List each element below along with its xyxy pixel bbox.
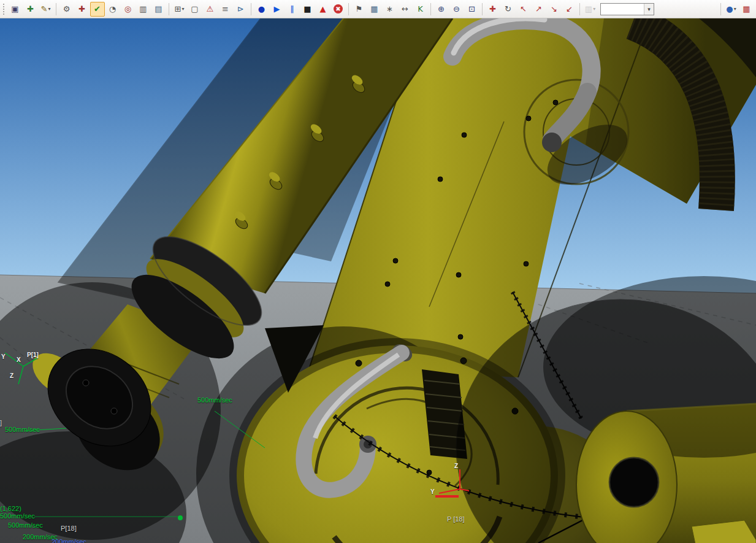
chevron-down-icon[interactable]: ▾ xyxy=(644,4,654,15)
abort-icon: ✖ xyxy=(334,4,343,13)
jog-up-right-icon: ↗ xyxy=(535,3,542,15)
rotate-view-icon: ↻ xyxy=(505,3,511,15)
alarm-history-button[interactable]: ⚑ xyxy=(352,2,367,17)
position-display-icon: ∗ xyxy=(386,3,393,15)
measure-tool-button[interactable]: ✚ xyxy=(23,2,38,17)
zoom-window-button[interactable]: ⊡ xyxy=(465,2,479,17)
chevron-down-icon[interactable]: ▾ xyxy=(48,6,50,12)
profiler-button[interactable]: ≡ xyxy=(218,2,233,17)
cycle-timer-button[interactable]: ◔ xyxy=(105,2,120,17)
zoom-out-button[interactable]: ⊖ xyxy=(449,2,464,17)
profiler-icon: ≡ xyxy=(222,3,229,15)
render-mode-button[interactable]: ●▾ xyxy=(724,2,739,17)
toolbar-separator xyxy=(56,3,56,15)
target-point-button[interactable]: ◎ xyxy=(121,2,136,17)
run-panel-icon: ⊳ xyxy=(237,3,244,15)
measure-tool-icon: ✚ xyxy=(27,3,34,15)
main-toolbar: ▣✚✎▾⚙✚✔◔◎▥▤⊞▾▢⚠≡⊳●▶‖■▲✖⚑▦∗↔K⊕⊖⊡✚↻↖↗↘↙▥▾ … xyxy=(0,0,756,18)
joint-jog-icon: ⚙ xyxy=(63,3,71,15)
jog-up-left-button[interactable]: ↖ xyxy=(516,2,531,17)
3d-viewport[interactable]: Y X Z P[1] ] 500mm/sec 500mm/sec Z Y P [… xyxy=(0,18,756,543)
jog-down-right-icon: ↘ xyxy=(551,3,557,15)
teach-pendant-icon: ▥ xyxy=(139,3,147,15)
rotate-view-button[interactable]: ↻ xyxy=(501,2,516,17)
io-panel-button[interactable]: ▦ xyxy=(367,2,382,17)
toolbar-group: ⚙✚✔◔◎▥▤ xyxy=(59,2,166,17)
alarm-button[interactable]: ⚠ xyxy=(203,2,218,17)
zoom-in-icon: ⊕ xyxy=(438,3,445,15)
toolbar-group: ▥▾ xyxy=(582,2,598,17)
frame-display-button[interactable]: ▦ xyxy=(739,2,754,17)
abort-button[interactable]: ✖ xyxy=(331,2,346,17)
draw-features-icon: ✎ xyxy=(41,3,48,15)
stop-icon: ■ xyxy=(304,3,311,15)
chevron-down-icon[interactable]: ▾ xyxy=(181,6,184,12)
jog-down-right-button[interactable]: ↘ xyxy=(547,2,562,17)
toolbar-group: ●▾▦ xyxy=(724,2,754,17)
measure-distance-icon: ↔ xyxy=(402,3,408,15)
robot-show-icon: ✔ xyxy=(94,3,101,15)
toolbar-group: ●▶‖■▲✖ xyxy=(254,2,346,17)
toolbar-separator xyxy=(251,3,251,15)
scene-select-icon: ▣ xyxy=(11,3,18,15)
capture-avi-icon: ▥ xyxy=(585,3,592,15)
zoom-in-button[interactable]: ⊕ xyxy=(434,2,449,17)
robot-simulation-app: ▣✚✎▾⚙✚✔◔◎▥▤⊞▾▢⚠≡⊳●▶‖■▲✖⚑▦∗↔K⊕⊖⊡✚↻↖↗↘↙▥▾ … xyxy=(0,0,756,543)
target-point-icon: ◎ xyxy=(124,3,131,15)
toolbar-separator xyxy=(169,3,169,15)
schedule-selector[interactable]: ▾ xyxy=(600,3,654,15)
toolbar-separator xyxy=(579,3,580,15)
frame-display-icon: ▦ xyxy=(743,3,750,15)
teach-pendant-button[interactable]: ▥ xyxy=(136,2,151,17)
chevron-down-icon[interactable]: ▾ xyxy=(593,6,595,12)
play-icon: ▶ xyxy=(274,3,280,15)
alarm-icon: ⚠ xyxy=(207,3,214,15)
cad-box-button[interactable]: ▢ xyxy=(188,2,202,17)
chevron-down-icon[interactable]: ▾ xyxy=(734,6,736,12)
play-button[interactable]: ▶ xyxy=(270,2,284,17)
xyz-jog-button[interactable]: ✚ xyxy=(75,2,90,17)
capture-avi-button: ▥▾ xyxy=(583,2,598,17)
draw-features-button[interactable]: ✎▾ xyxy=(39,2,53,17)
toolbar-separator xyxy=(430,3,431,15)
xyz-jog-icon: ✚ xyxy=(78,3,85,15)
pause-button[interactable]: ‖ xyxy=(285,2,300,17)
cycle-timer-icon: ◔ xyxy=(109,3,116,15)
toolbar-grip[interactable] xyxy=(2,3,5,15)
jog-up-right-button[interactable]: ↗ xyxy=(532,2,546,17)
joint-jog-button[interactable]: ⚙ xyxy=(59,2,74,17)
copy-view-button[interactable]: ⊞▾ xyxy=(172,2,187,17)
record-button[interactable]: ● xyxy=(254,2,269,17)
pan-view-button[interactable]: ✚ xyxy=(486,2,500,17)
record-icon: ● xyxy=(258,3,265,15)
stop-button[interactable]: ■ xyxy=(300,2,315,17)
io-panel-icon: ▦ xyxy=(370,3,378,15)
measure-distance-button[interactable]: ↔ xyxy=(398,2,413,17)
toolbar-group: ⊕⊖⊡ xyxy=(433,2,479,17)
pause-icon: ‖ xyxy=(290,3,294,15)
toolbar-group: ▣✚✎▾ xyxy=(7,2,53,17)
alarm-history-icon: ⚑ xyxy=(356,3,363,15)
cad-box-icon: ▢ xyxy=(191,3,198,15)
zoom-out-icon: ⊖ xyxy=(453,3,460,15)
status-panel-button[interactable]: ▤ xyxy=(151,2,166,17)
robot-show-button[interactable]: ✔ xyxy=(90,2,105,17)
toolbar-separator xyxy=(348,3,349,15)
zoom-window-icon: ⊡ xyxy=(468,3,475,15)
eject-button[interactable]: ▲ xyxy=(316,2,330,17)
copy-view-icon: ⊞ xyxy=(175,3,181,15)
render-mode-icon: ● xyxy=(726,3,733,15)
pan-view-icon: ✚ xyxy=(489,3,496,15)
jog-down-left-button[interactable]: ↙ xyxy=(562,2,577,17)
position-display-button[interactable]: ∗ xyxy=(383,2,397,17)
scene-canvas xyxy=(0,18,756,543)
toolbar-separator xyxy=(720,3,721,15)
kinematics-icon: K xyxy=(418,3,423,15)
toolbar-group: ⚑▦∗↔K xyxy=(351,2,428,17)
scene-select-button[interactable]: ▣ xyxy=(8,2,23,17)
jog-up-left-icon: ↖ xyxy=(520,3,527,15)
toolbar-separator xyxy=(482,3,483,15)
eject-icon: ▲ xyxy=(320,3,326,15)
run-panel-button[interactable]: ⊳ xyxy=(234,2,248,17)
kinematics-button[interactable]: K xyxy=(413,2,428,17)
